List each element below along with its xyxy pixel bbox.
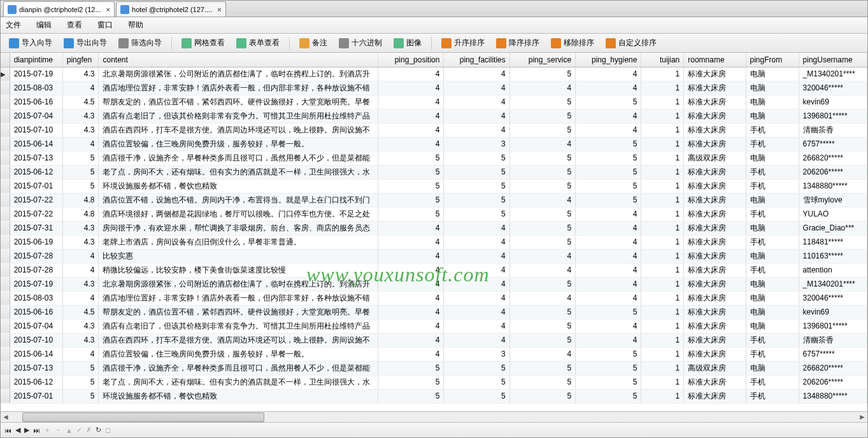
table-row[interactable]: ▶2015-07-044.3酒店有点老旧了，但该其价格则非常有竞争力。可惜其卫生…: [1, 109, 867, 123]
cell-dianpintime[interactable]: 2015-07-01: [10, 179, 62, 193]
cell-ping-position[interactable]: 4: [378, 319, 444, 333]
horizontal-scrollbar[interactable]: ◄ ►: [1, 411, 867, 422]
cell-roomname[interactable]: 标准大床房: [684, 207, 746, 221]
table-row[interactable]: ▶2015-07-284稍微比较偏远，比较安静，楼下美食街饭菜速度比较慢4444…: [1, 263, 867, 277]
cell-pingusername[interactable]: 1348880*****: [799, 389, 867, 403]
cell-ping-hygiene[interactable]: 5: [576, 179, 641, 193]
cell-pingfrom[interactable]: 手机: [746, 165, 799, 179]
cell-tuijian[interactable]: 1: [641, 249, 684, 263]
table-row[interactable]: ▶2015-08-034酒店地理位置好，非常安静！酒店外表看一般，但内部非常好，…: [1, 81, 867, 95]
cell-pingfrom[interactable]: 手机: [746, 137, 799, 151]
cell-pingfrom[interactable]: 电脑: [746, 193, 799, 207]
cell-ping-facilities[interactable]: 3: [444, 137, 509, 151]
cell-ping-hygiene[interactable]: 5: [576, 361, 641, 375]
nav-cancel-icon[interactable]: ✗: [86, 426, 92, 434]
cell-ping-hygiene[interactable]: 4: [576, 277, 641, 291]
cell-ping-position[interactable]: 4: [378, 277, 444, 291]
table-row[interactable]: ▶2015-07-224.8酒店环境很好，两侧都是花园绿地，餐厅可以很晚。门口停…: [1, 207, 867, 221]
cell-ping-hygiene[interactable]: 5: [576, 375, 641, 389]
cell-dianpintime[interactable]: 2015-07-13: [10, 151, 62, 165]
cell-tuijian[interactable]: 1: [641, 165, 684, 179]
cell-ping-position[interactable]: 5: [378, 375, 444, 389]
cell-pingusername[interactable]: 206206*****: [799, 165, 867, 179]
image-button[interactable]: 图像: [389, 36, 426, 50]
row-selector[interactable]: ▶: [1, 165, 10, 179]
cell-pingfen[interactable]: 4.8: [62, 193, 99, 207]
cell-pingfrom[interactable]: 手机: [746, 389, 799, 403]
cell-roomname[interactable]: 标准大床房: [684, 319, 746, 333]
cell-ping-position[interactable]: 5: [378, 151, 444, 165]
cell-tuijian[interactable]: 1: [641, 207, 684, 221]
col-ping-facilities[interactable]: ping_facilities: [444, 53, 509, 67]
cell-ping-hygiene[interactable]: 4: [576, 207, 641, 221]
cell-ping-service[interactable]: 5: [509, 305, 575, 319]
cell-roomname[interactable]: 标准大床房: [684, 221, 746, 235]
cell-ping-service[interactable]: 5: [509, 333, 575, 347]
row-selector[interactable]: ▶: [1, 305, 10, 319]
cell-tuijian[interactable]: 1: [641, 67, 684, 81]
cell-pingfen[interactable]: 5: [62, 165, 99, 179]
cell-roomname[interactable]: 标准大床房: [684, 179, 746, 193]
cell-content[interactable]: 酒店位置较偏，住三晚房间免费升级，服务较好，早餐一般。: [99, 347, 378, 361]
cell-roomname[interactable]: 标准大床房: [684, 193, 746, 207]
row-selector[interactable]: ▶: [1, 333, 10, 347]
cell-content[interactable]: 比较实惠: [99, 249, 378, 263]
cell-content[interactable]: 酒店很干净，设施齐全，早餐种类多而且很可口，虽然用餐人不少，但是菜都能: [99, 361, 378, 375]
menu-view[interactable]: 查看: [67, 20, 82, 31]
cell-pingfrom[interactable]: 电脑: [746, 249, 799, 263]
cell-pingfrom[interactable]: 电脑: [746, 277, 799, 291]
cell-roomname[interactable]: 高级双床房: [684, 361, 746, 375]
cell-pingfrom[interactable]: 电脑: [746, 291, 799, 305]
table-row[interactable]: ▶2015-07-044.3酒店有点老旧了，但该其价格则非常有竞争力。可惜其卫生…: [1, 319, 867, 333]
cell-ping-facilities[interactable]: 4: [444, 95, 509, 109]
cell-ping-position[interactable]: 5: [378, 179, 444, 193]
cell-pingusername[interactable]: 206206*****: [799, 375, 867, 389]
table-row[interactable]: ▶2015-06-164.5帮朋友定的，酒店位置不错，紧邻西四环。硬件设施很好，…: [1, 95, 867, 109]
cell-ping-hygiene[interactable]: 5: [576, 305, 641, 319]
cell-ping-position[interactable]: 4: [378, 263, 444, 277]
nav-prev-icon[interactable]: ◀: [15, 426, 20, 434]
cell-tuijian[interactable]: 1: [641, 389, 684, 403]
table-row[interactable]: ▶2015-07-015环境设施服务都不错，餐饮也精致55551标准大床房手机1…: [1, 179, 867, 193]
cell-ping-hygiene[interactable]: 4: [576, 221, 641, 235]
cell-ping-facilities[interactable]: 4: [444, 67, 509, 81]
hex-button[interactable]: 十六进制: [334, 36, 387, 50]
col-pingfrom[interactable]: pingFrom: [746, 53, 799, 67]
cell-pingusername[interactable]: 清幽茶香: [799, 123, 867, 137]
row-selector[interactable]: ▶: [1, 81, 10, 95]
cell-ping-service[interactable]: 4: [509, 81, 575, 95]
cell-tuijian[interactable]: 1: [641, 137, 684, 151]
cell-content[interactable]: 北京暑期房源很紧张，公司附近的酒店都住满了，临时在携程上订的。到酒店升: [99, 67, 378, 81]
menu-edit[interactable]: 编辑: [36, 20, 52, 31]
cell-ping-position[interactable]: 5: [378, 165, 444, 179]
cell-dianpintime[interactable]: 2015-07-28: [10, 263, 62, 277]
cell-ping-hygiene[interactable]: 5: [576, 95, 641, 109]
table-row[interactable]: ▶2015-07-015环境设施服务都不错，餐饮也精致55551标准大床房手机1…: [1, 389, 867, 403]
data-grid[interactable]: dianpintime pingfen content ping_positio…: [1, 53, 867, 411]
cell-pingfrom[interactable]: 电脑: [746, 95, 799, 109]
cell-ping-service[interactable]: 4: [509, 263, 575, 277]
cell-pingusername[interactable]: attention: [799, 263, 867, 277]
row-selector[interactable]: ▶: [1, 193, 10, 207]
row-selector[interactable]: ▶: [1, 67, 10, 81]
cell-dianpintime[interactable]: 2015-07-04: [10, 319, 62, 333]
cell-tuijian[interactable]: 1: [641, 95, 684, 109]
row-selector[interactable]: ▶: [1, 95, 10, 109]
row-selector[interactable]: ▶: [1, 375, 10, 389]
row-selector[interactable]: ▶: [1, 347, 10, 361]
cell-tuijian[interactable]: 1: [641, 277, 684, 291]
cell-dianpintime[interactable]: 2015-06-14: [10, 137, 62, 151]
cell-roomname[interactable]: 标准大床房: [684, 389, 746, 403]
cell-pingusername[interactable]: 118481*****: [799, 235, 867, 249]
cell-pingfrom[interactable]: 电脑: [746, 151, 799, 165]
row-selector[interactable]: ▶: [1, 179, 10, 193]
row-selector[interactable]: ▶: [1, 221, 10, 235]
col-content[interactable]: content: [99, 53, 378, 67]
cell-pingfrom[interactable]: 手机: [746, 235, 799, 249]
cell-content[interactable]: 酒店位置不错，设施也不错。房间内干净，布置得当。就是早上在门口找不到门: [99, 193, 378, 207]
cell-pingfen[interactable]: 4.3: [62, 319, 99, 333]
nav-commit-icon[interactable]: ✓: [76, 426, 82, 434]
cell-dianpintime[interactable]: 2015-06-12: [10, 375, 62, 389]
nav-edit-icon[interactable]: ▲: [66, 427, 73, 434]
cell-ping-service[interactable]: 4: [509, 193, 575, 207]
